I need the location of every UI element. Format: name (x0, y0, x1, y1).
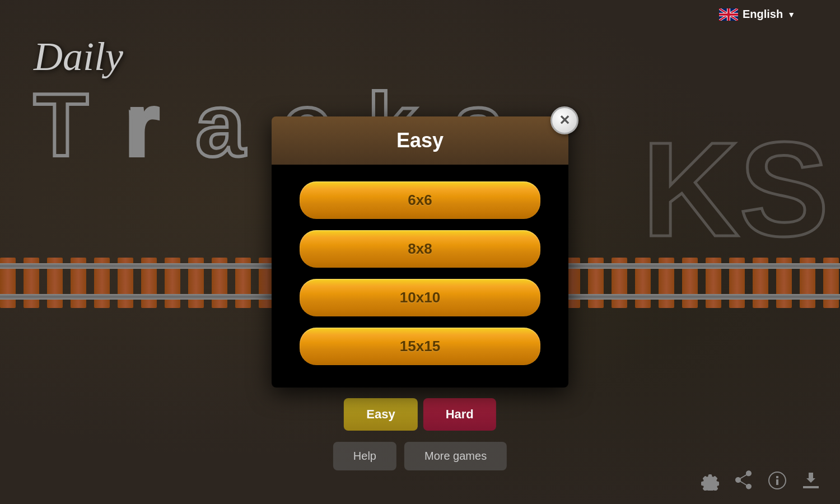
modal-body: 6x6 8x8 10x10 15x15 (272, 165, 568, 388)
modal-title: Easy (396, 129, 444, 152)
grid-6x6-button[interactable]: 6x6 (300, 181, 540, 219)
grid-10x10-button[interactable]: 10x10 (300, 279, 540, 316)
close-icon: ✕ (559, 114, 570, 127)
grid-8x8-button[interactable]: 8x8 (300, 230, 540, 268)
grid-15x15-button[interactable]: 15x15 (300, 328, 540, 365)
modal-overlay: ✕ Easy 6x6 8x8 10x10 15x15 (0, 0, 840, 504)
modal-header: Easy (272, 116, 568, 165)
close-button[interactable]: ✕ (550, 106, 578, 134)
difficulty-modal: ✕ Easy 6x6 8x8 10x10 15x15 (272, 116, 568, 388)
